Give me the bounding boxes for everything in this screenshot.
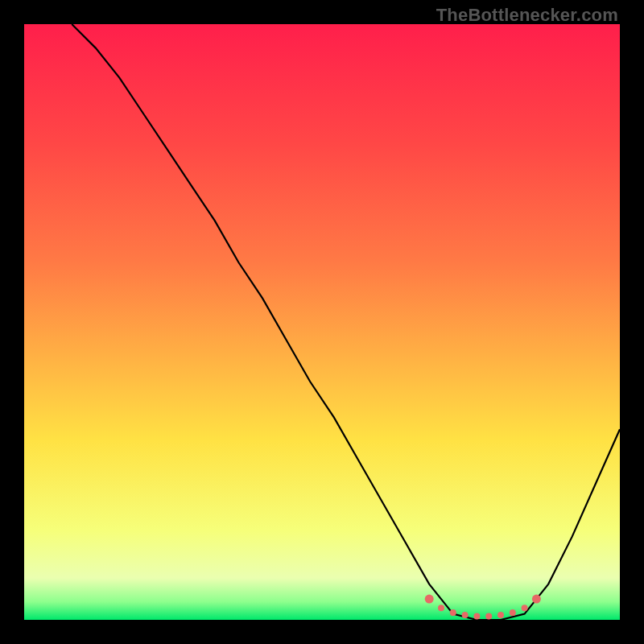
marker-dot (497, 612, 504, 618)
watermark-text: TheBottlenecker.com (436, 5, 618, 26)
marker-dot (485, 613, 492, 620)
marker-dot (438, 605, 444, 611)
marker-dot (522, 605, 528, 611)
marker-dot (532, 595, 541, 604)
chart-frame (24, 24, 620, 620)
marker-dot (510, 609, 516, 616)
marker-dot (450, 609, 456, 616)
marker-dot (425, 595, 434, 604)
marker-dot (462, 612, 469, 618)
gradient-background (24, 24, 620, 620)
chart-svg (24, 24, 620, 620)
marker-dot (473, 613, 480, 620)
